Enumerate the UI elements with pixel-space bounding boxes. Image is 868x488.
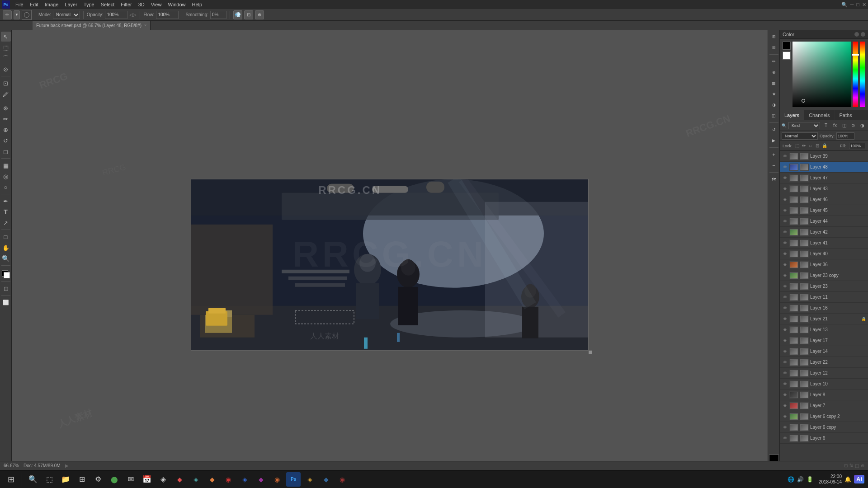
- taskbar-settings[interactable]: ⚙: [91, 472, 105, 487]
- filter-adjust-btn[interactable]: ◑: [858, 122, 866, 130]
- layer-item[interactable]: 👁Layer 13: [780, 324, 868, 335]
- menu-window[interactable]: Window: [165, 1, 188, 8]
- layer-item[interactable]: 👁Layer 43: [780, 183, 868, 194]
- saturation-strip[interactable]: [860, 42, 865, 107]
- taskbar-app6[interactable]: ◉: [221, 472, 236, 487]
- taskbar-app3[interactable]: ◆: [172, 472, 187, 487]
- filter-mask-btn[interactable]: ◫: [840, 122, 848, 130]
- quick-mask[interactable]: ◫: [1, 283, 11, 293]
- menu-file[interactable]: File: [13, 1, 26, 8]
- clone-panel-btn[interactable]: ⊕: [769, 67, 779, 77]
- menu-type[interactable]: Type: [81, 1, 97, 8]
- layer-item[interactable]: 👁Layer 6 copy: [780, 422, 868, 433]
- layer-visibility-toggle[interactable]: 👁: [782, 284, 788, 289]
- menu-help[interactable]: Help: [189, 1, 205, 8]
- taskbar-app11[interactable]: ◆: [319, 472, 333, 487]
- menu-filter[interactable]: Filter: [118, 1, 134, 8]
- layer-visibility-toggle[interactable]: 👁: [782, 360, 788, 365]
- menu-edit[interactable]: Edit: [27, 1, 41, 8]
- layer-visibility-toggle[interactable]: 👁: [782, 273, 788, 278]
- brush-tool-btn[interactable]: ✏: [3, 10, 12, 19]
- status-icon-3[interactable]: ◫: [855, 463, 859, 468]
- layer-visibility-toggle[interactable]: 👁: [782, 393, 788, 397]
- taskbar-apps[interactable]: ⊞: [75, 472, 89, 487]
- layer-item[interactable]: 👁Layer 39: [780, 151, 868, 162]
- window-minimize[interactable]: ─: [850, 2, 854, 7]
- taskbar-app12[interactable]: ◉: [335, 472, 349, 487]
- paths-tab[interactable]: Paths: [835, 110, 857, 120]
- search-icon[interactable]: 🔍: [841, 2, 848, 8]
- filter-smart-btn[interactable]: ⊙: [849, 122, 857, 130]
- layer-item[interactable]: 👁Layer 45: [780, 205, 868, 216]
- layer-item[interactable]: 👁Layer 7: [780, 400, 868, 411]
- foreground-color[interactable]: [1, 269, 11, 279]
- taskbar-mail[interactable]: ✉: [123, 472, 138, 487]
- window-close[interactable]: ✕: [862, 2, 866, 8]
- navigator-btn[interactable]: 🗺: [769, 174, 779, 184]
- layer-item[interactable]: 👁Layer 40: [780, 249, 868, 259]
- mask-panel-btn[interactable]: ◫: [769, 111, 779, 121]
- canvas-handle-br[interactable]: [589, 351, 592, 354]
- ai-badge[interactable]: Ai: [854, 476, 864, 483]
- opacity-input[interactable]: [836, 132, 854, 140]
- taskbar-file-explorer[interactable]: 📁: [58, 472, 73, 487]
- layer-item[interactable]: 👁Layer 6 copy 2: [780, 411, 868, 422]
- taskbar-app9[interactable]: ◉: [270, 472, 284, 487]
- bg-swatch[interactable]: [783, 52, 791, 60]
- brush-options-btn[interactable]: ▼: [14, 10, 20, 19]
- layer-item[interactable]: 👁Layer 16: [780, 303, 868, 314]
- layer-item[interactable]: 👁Layer 8: [780, 389, 868, 400]
- layer-item[interactable]: 👁Layer 36: [780, 259, 868, 270]
- tab-close-btn[interactable]: ×: [144, 23, 146, 28]
- layer-visibility-toggle[interactable]: 👁: [782, 252, 788, 256]
- color-panel-close[interactable]: [861, 32, 865, 37]
- zoom-in-btn[interactable]: +: [769, 150, 779, 160]
- taskbar-search[interactable]: 🔍: [26, 472, 40, 487]
- eraser-tool[interactable]: ◻: [1, 146, 11, 156]
- layer-visibility-toggle[interactable]: 👁: [782, 349, 788, 354]
- airbrush-btn[interactable]: 💨: [233, 10, 242, 19]
- layer-item[interactable]: 👁Layer 12: [780, 368, 868, 379]
- menu-image[interactable]: Image: [42, 1, 61, 8]
- selection-tool[interactable]: ⬚: [1, 42, 11, 52]
- lasso-tool[interactable]: ⌒: [1, 53, 11, 63]
- type-tool[interactable]: T: [1, 207, 11, 217]
- crop-tool[interactable]: ⊡: [1, 78, 11, 88]
- fill-input[interactable]: [849, 143, 865, 149]
- layer-visibility-toggle[interactable]: 👁: [782, 371, 788, 375]
- layer-visibility-toggle[interactable]: 👁: [782, 295, 788, 300]
- lock-transparent-btn[interactable]: ⬚: [795, 143, 799, 148]
- panel-arrange-btn[interactable]: ⊞: [769, 32, 779, 42]
- layer-item[interactable]: 👁Layer 44: [780, 216, 868, 227]
- panel-dock-btn[interactable]: ⊟: [769, 42, 779, 52]
- menu-layer[interactable]: Layer: [62, 1, 80, 8]
- zoom-tool[interactable]: 🔍: [1, 253, 11, 263]
- volume-icon[interactable]: 🔊: [797, 476, 804, 483]
- path-select-tool[interactable]: ↗: [1, 218, 11, 228]
- layer-visibility-toggle[interactable]: 👁: [782, 197, 788, 202]
- battery-icon[interactable]: 🔋: [807, 476, 813, 483]
- clone-tool[interactable]: ⊕: [1, 125, 11, 135]
- history-brush[interactable]: ↺: [1, 136, 11, 145]
- layer-item[interactable]: 👁Layer 14: [780, 346, 868, 357]
- fg-swatch[interactable]: [783, 42, 791, 50]
- layer-visibility-toggle[interactable]: 👁: [782, 338, 788, 343]
- layer-item[interactable]: 👁Layer 48: [780, 162, 868, 173]
- brush-preset[interactable]: [22, 10, 32, 20]
- brush-panel-btn[interactable]: ✏: [769, 56, 779, 66]
- layer-visibility-toggle[interactable]: 👁: [782, 154, 788, 159]
- smoothing-input[interactable]: [210, 11, 226, 19]
- layer-visibility-toggle[interactable]: 👁: [782, 263, 788, 267]
- layer-item[interactable]: 👁Layer 22: [780, 357, 868, 368]
- layer-item[interactable]: 👁Layer 47: [780, 173, 868, 183]
- layers-tab[interactable]: Layers: [780, 110, 804, 120]
- start-button[interactable]: ⊞: [4, 472, 18, 487]
- layer-visibility-toggle[interactable]: 👁: [782, 230, 788, 235]
- menu-select[interactable]: Select: [98, 1, 118, 8]
- document-tab[interactable]: Future back street.psd @ 66.7% (Layer 48…: [33, 21, 151, 30]
- layer-visibility-toggle[interactable]: 👁: [782, 176, 788, 180]
- screen-mode[interactable]: ⬜: [1, 297, 11, 307]
- lock-paint-btn[interactable]: ✏: [802, 143, 806, 148]
- blend-mode-select[interactable]: Normal: [782, 132, 818, 140]
- status-icon-1[interactable]: ⊡: [844, 463, 848, 468]
